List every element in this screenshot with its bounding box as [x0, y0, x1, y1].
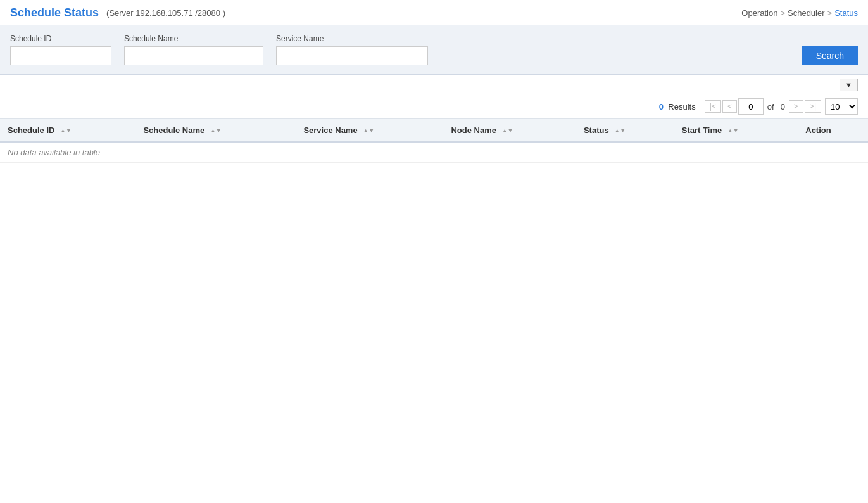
server-info: (Server 192.168.105.71 /28080 ): [106, 8, 225, 18]
sort-icon-node-name: ▲▼: [502, 128, 513, 134]
col-schedule-id[interactable]: Schedule ID ▲▼: [0, 119, 135, 143]
table-container: Schedule ID ▲▼ Schedule Name ▲▼ Service …: [0, 118, 868, 163]
service-name-input[interactable]: [276, 46, 428, 65]
schedule-id-input[interactable]: [10, 46, 111, 65]
breadcrumb: Operation > Scheduler > Status: [741, 8, 858, 18]
last-page-button[interactable]: >|: [805, 100, 821, 113]
page-header: Schedule Status (Server 192.168.105.71 /…: [0, 0, 868, 25]
table-body: No data available in table: [0, 142, 868, 163]
page-number-input[interactable]: 0: [738, 98, 764, 115]
service-name-label: Service Name: [276, 34, 428, 43]
results-count: 0: [659, 102, 664, 111]
col-status[interactable]: Status ▲▼: [576, 119, 674, 143]
schedule-id-label: Schedule ID: [10, 34, 111, 43]
results-suffix: Results: [668, 102, 695, 111]
no-data-message: No data available in table: [0, 142, 868, 163]
page-title: Schedule Status: [10, 6, 99, 20]
schedule-name-label: Schedule Name: [124, 34, 263, 43]
schedule-name-field: Schedule Name: [124, 34, 263, 65]
search-panel: Schedule ID Schedule Name Service Name S…: [0, 25, 868, 75]
pagination-controls: |< < 0 of 0 > >|: [705, 98, 821, 115]
col-service-name[interactable]: Service Name ▲▼: [296, 119, 443, 143]
breadcrumb-sep-1: >: [780, 8, 785, 18]
first-page-button[interactable]: |<: [705, 100, 721, 113]
pagination-row: 0 Results |< < 0 of 0 > >| 10 25 50 100: [0, 94, 868, 118]
breadcrumb-sep-2: >: [827, 8, 833, 18]
service-name-field: Service Name: [276, 34, 428, 65]
search-button[interactable]: Search: [802, 46, 858, 65]
total-pages: 0: [778, 102, 788, 111]
sort-icon-schedule-name: ▲▼: [210, 128, 222, 134]
breadcrumb-status: Status: [834, 8, 858, 18]
sort-icon-start-time: ▲▼: [727, 128, 739, 134]
breadcrumb-scheduler[interactable]: Scheduler: [788, 8, 825, 18]
col-action: Action: [798, 119, 868, 143]
results-label: 0 Results: [659, 102, 696, 111]
schedule-name-input[interactable]: [124, 46, 263, 65]
schedule-table: Schedule ID ▲▼ Schedule Name ▲▼ Service …: [0, 118, 868, 163]
schedule-id-field: Schedule ID: [10, 34, 111, 65]
col-start-time[interactable]: Start Time ▲▼: [674, 119, 798, 143]
next-page-button[interactable]: >: [789, 100, 803, 113]
col-schedule-name[interactable]: Schedule Name ▲▼: [135, 119, 296, 143]
page-of-label: of: [765, 102, 777, 111]
toolbar-row: ▼: [0, 75, 868, 94]
sort-icon-status: ▲▼: [614, 128, 626, 134]
sort-icon-schedule-id: ▲▼: [60, 128, 72, 134]
header-left: Schedule Status (Server 192.168.105.71 /…: [10, 6, 225, 20]
col-node-name[interactable]: Node Name ▲▼: [443, 119, 576, 143]
sort-icon-service-name: ▲▼: [363, 128, 374, 134]
page-size-select[interactable]: 10 25 50 100: [825, 98, 858, 115]
no-data-row: No data available in table: [0, 142, 868, 163]
breadcrumb-operation[interactable]: Operation: [741, 8, 777, 18]
prev-page-button[interactable]: <: [722, 100, 737, 113]
toolbar-dropdown-button[interactable]: ▼: [840, 79, 858, 91]
table-header-row: Schedule ID ▲▼ Schedule Name ▲▼ Service …: [0, 119, 868, 143]
